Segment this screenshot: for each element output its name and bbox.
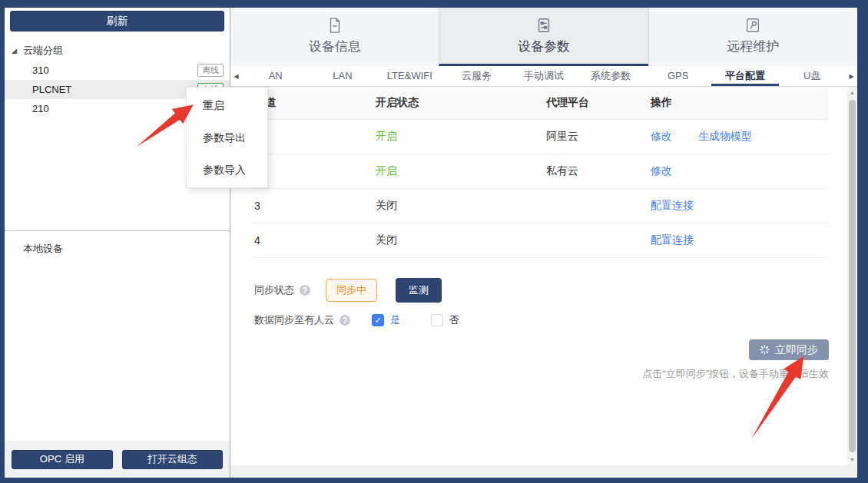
cell-channel: 2: [254, 165, 376, 177]
monitor-button[interactable]: 监测: [396, 278, 442, 303]
cell-status: 关闭: [376, 199, 546, 213]
device-status-badge: 离线: [197, 64, 224, 77]
cell-status: 关闭: [376, 233, 546, 247]
menu-item-1[interactable]: 参数导出: [187, 121, 267, 154]
table-row-3: 3关闭配置连接: [253, 189, 829, 223]
sub-tab-4[interactable]: 手动调试: [510, 66, 577, 86]
column-header-3: 操作: [651, 96, 827, 110]
scrollbar-down-icon[interactable]: ▼: [847, 454, 857, 465]
tab-label: 远程维护: [727, 38, 779, 55]
open-cloud-scada-button[interactable]: 打开云组态: [122, 450, 224, 469]
expander-icon[interactable]: ◢: [12, 47, 17, 55]
sub-tab-items: ANLANLTE&WIFI云服务手动调试系统参数GPS平台配置U盘: [242, 66, 846, 86]
vertical-scrollbar: ▲ ▼: [847, 87, 857, 465]
sub-tab-2[interactable]: LTE&WIFI: [376, 66, 443, 86]
sliders-icon: [535, 17, 552, 34]
sync-status-row: 同步状态 ? 同步中 监测: [253, 278, 829, 303]
sub-tab-3[interactable]: 云服务: [443, 66, 510, 86]
data-sync-label: 数据同步至有人云: [254, 313, 334, 327]
cell-status: 开启: [376, 130, 546, 144]
sub-tab-7[interactable]: 平台配置: [711, 66, 778, 86]
sync-now-label: 立即同步: [775, 343, 818, 357]
data-sync-row: 数据同步至有人云 ? ✓ 是 否: [253, 313, 829, 327]
menu-item-2[interactable]: 参数导入: [187, 154, 267, 186]
menu-item-0[interactable]: 重启: [187, 89, 267, 121]
cell-channel: 4: [254, 234, 376, 246]
local-devices-label: 本地设备: [23, 242, 230, 256]
tab-label: 设备参数: [518, 38, 570, 55]
scroll-left-icon[interactable]: ◀: [230, 66, 242, 86]
scrollbar-thumb[interactable]: [849, 100, 856, 452]
platform-config-content: 通道开启状态代理平台操作 1开启阿里云修改生成物模型2开启私有云修改3关闭配置连…: [230, 87, 857, 465]
scrollbar-up-icon[interactable]: ▲: [847, 87, 857, 98]
refresh-button[interactable]: 刷新: [10, 11, 224, 31]
tab-label: 设备信息: [309, 38, 361, 55]
column-header-0: 通道: [254, 96, 376, 110]
sync-status-badge: 同步中: [326, 279, 377, 302]
spinner-icon: [760, 345, 770, 355]
device-name: PLCNET: [32, 84, 71, 95]
tree-group-cloud[interactable]: ◢ 云端分组: [5, 41, 230, 61]
action-link[interactable]: 生成物模型: [698, 130, 752, 144]
sync-now-button[interactable]: 立即同步: [749, 339, 829, 360]
action-link[interactable]: 配置连接: [651, 199, 694, 213]
action-link[interactable]: 修改: [651, 164, 672, 178]
sync-tip-text: 点击“立即同步”按钮，设备手动重启后生效: [253, 367, 829, 381]
cell-actions: 修改: [651, 164, 827, 178]
device-name: 310: [32, 65, 49, 76]
app-window: 刷新 ◢ 云端分组 310离线PLCNET在线210 本地设备 OPC 启用 打…: [0, 0, 868, 483]
cell-actions: 配置连接: [651, 233, 827, 247]
tab-remote-maintenance[interactable]: 远程维护: [648, 8, 857, 66]
sub-tab-1[interactable]: LAN: [309, 66, 376, 86]
column-header-1: 开启状态: [376, 96, 546, 110]
device-name: 210: [32, 103, 49, 114]
yes-label[interactable]: 是: [390, 313, 400, 327]
sidebar: 刷新 ◢ 云端分组 310离线PLCNET在线210 本地设备 OPC 启用 打…: [5, 8, 230, 478]
cell-actions: 修改生成物模型: [651, 130, 827, 144]
tree-device-310[interactable]: 310离线: [5, 61, 230, 80]
table-body: 1开启阿里云修改生成物模型2开启私有云修改3关闭配置连接4关闭配置连接: [253, 120, 829, 258]
tab-device-info[interactable]: 设备信息: [230, 8, 439, 66]
sub-tab-bar: ◀ ANLANLTE&WIFI云服务手动调试系统参数GPS平台配置U盘 ▶: [230, 66, 857, 87]
context-menu: 重启参数导出参数导入: [186, 87, 268, 188]
no-label[interactable]: 否: [449, 313, 459, 327]
window-body: 刷新 ◢ 云端分组 310离线PLCNET在线210 本地设备 OPC 启用 打…: [5, 8, 857, 478]
table-row-1: 1开启阿里云修改生成物模型: [253, 120, 829, 154]
sidebar-footer: OPC 启用 打开云组态: [5, 441, 230, 478]
main-tab-bar: 设备信息 设备参数: [230, 8, 857, 66]
table-row-4: 4关闭配置连接: [253, 223, 829, 258]
no-checkbox[interactable]: [431, 314, 443, 326]
tree-group-label: 云端分组: [23, 44, 63, 58]
cell-platform: 阿里云: [546, 130, 651, 144]
sync-now-row: 立即同步: [253, 339, 829, 360]
sub-tab-0[interactable]: AN: [242, 66, 309, 86]
yes-checkbox[interactable]: ✓: [372, 314, 384, 326]
action-link[interactable]: 配置连接: [651, 233, 694, 247]
table-row-2: 2开启私有云修改: [253, 154, 829, 189]
sync-status-label: 同步状态: [254, 283, 294, 297]
opc-enable-button[interactable]: OPC 启用: [12, 450, 113, 469]
bottom-strip: [230, 465, 857, 478]
scroll-right-icon[interactable]: ▶: [846, 66, 857, 86]
cell-platform: 私有云: [546, 164, 651, 178]
wrench-icon: [744, 17, 761, 34]
cell-channel: 1: [254, 131, 376, 143]
document-icon: [326, 17, 343, 34]
local-devices-panel: 本地设备: [5, 230, 230, 441]
table-header: 通道开启状态代理平台操作: [253, 87, 829, 120]
cell-actions: 配置连接: [651, 199, 827, 213]
tab-device-params[interactable]: 设备参数: [439, 8, 648, 66]
cell-status: 开启: [376, 164, 546, 178]
main-area: 设备信息 设备参数: [230, 8, 857, 478]
help-icon[interactable]: ?: [300, 285, 310, 296]
action-link[interactable]: 修改: [651, 130, 672, 144]
column-header-2: 代理平台: [546, 96, 651, 110]
platform-table: 通道开启状态代理平台操作 1开启阿里云修改生成物模型2开启私有云修改3关闭配置连…: [253, 87, 829, 258]
sub-tab-8[interactable]: U盘: [779, 66, 846, 86]
sub-tab-6[interactable]: GPS: [644, 66, 711, 86]
sub-tab-5[interactable]: 系统参数: [578, 66, 644, 86]
help-icon[interactable]: ?: [340, 315, 350, 326]
cell-channel: 3: [254, 200, 376, 212]
